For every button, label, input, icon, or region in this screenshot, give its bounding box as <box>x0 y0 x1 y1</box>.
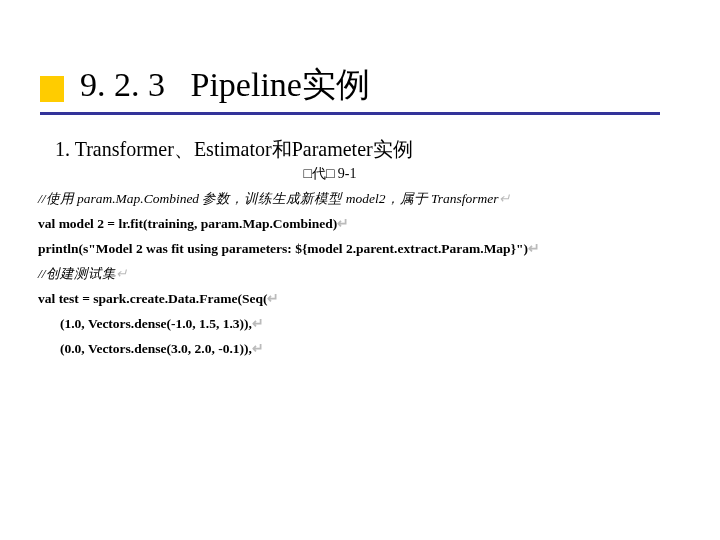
eol-mark: ↵ <box>528 241 540 256</box>
eol-mark: ↵ <box>499 191 510 206</box>
code-text: //使用 param.Map.Combined 参数，训练生成新模型 model… <box>38 191 499 206</box>
code-text: (1.0, Vectors.dense(-1.0, 1.5, 1.3)), <box>60 316 252 331</box>
eol-mark: ↵ <box>267 291 279 306</box>
page-title: 9. 2. 3 Pipeline实例 <box>40 62 720 114</box>
code-text: //创建测试集 <box>38 266 116 281</box>
code-line: val test = spark.create.Data.Frame(Seq(↵ <box>38 287 678 312</box>
eol-mark: ↵ <box>252 316 264 331</box>
title-underline <box>40 112 660 115</box>
subtitle: 1. Transformer、Estimator和Parameter实例 <box>0 136 720 163</box>
code-listing-label: □代□ 9-1 <box>0 165 620 183</box>
code-line: val model 2 = lr.fit(training, param.Map… <box>38 212 678 237</box>
code-block: //使用 param.Map.Combined 参数，训练生成新模型 model… <box>38 187 678 362</box>
code-text: val test = spark.create.Data.Frame(Seq( <box>38 291 267 306</box>
eol-mark: ↵ <box>116 266 127 281</box>
code-line-comment: //使用 param.Map.Combined 参数，训练生成新模型 model… <box>38 187 678 212</box>
eol-mark: ↵ <box>252 341 264 356</box>
code-text: val model 2 = lr.fit(training, param.Map… <box>38 216 337 231</box>
code-line: (0.0, Vectors.dense(3.0, 2.0, -0.1)),↵ <box>38 337 678 362</box>
code-line: println(s"Model 2 was fit using paramete… <box>38 237 678 262</box>
code-text: println(s"Model 2 was fit using paramete… <box>38 241 528 256</box>
section-title-text: Pipeline实例 <box>191 66 370 103</box>
eol-mark: ↵ <box>337 216 349 231</box>
section-number: 9. 2. 3 <box>80 66 165 103</box>
code-text: (0.0, Vectors.dense(3.0, 2.0, -0.1)), <box>60 341 252 356</box>
code-line: (1.0, Vectors.dense(-1.0, 1.5, 1.3)),↵ <box>38 312 678 337</box>
code-line-comment: //创建测试集↵ <box>38 262 678 287</box>
